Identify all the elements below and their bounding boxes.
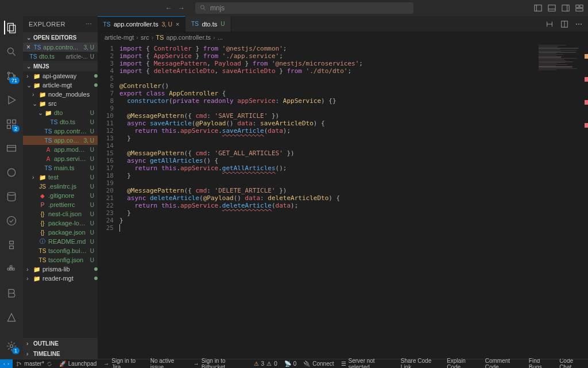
tree-item[interactable]: ›📁testU [23, 172, 98, 182]
svg-rect-12 [10, 25, 16, 33]
tree-item[interactable]: ◆.gitignoreU [23, 191, 98, 200]
editor-tab[interactable]: TSapp.controller.ts3, U× [98, 16, 185, 32]
search-icon [200, 5, 207, 12]
svg-line-14 [13, 53, 16, 56]
tree-item[interactable]: ›📁reader-mgt [23, 274, 98, 283]
ext-badge: 2 [12, 125, 20, 132]
activity-database[interactable] [5, 190, 18, 204]
sync-icon[interactable] [47, 361, 52, 367]
tree-item[interactable]: JS.eslintrc.jsU [23, 182, 98, 191]
activity-bold[interactable] [5, 286, 18, 300]
activity-explorer[interactable] [4, 21, 18, 34]
breadcrumb[interactable]: article-mgt›src›TS app.controller.ts›... [98, 32, 588, 43]
activity-remote[interactable] [5, 141, 18, 155]
command-center[interactable]: mnjs [195, 2, 413, 14]
svg-point-13 [7, 48, 13, 53]
section-open-editors[interactable]: ⌄OPEN EDITORS [23, 32, 98, 43]
layout-custom-icon[interactable] [575, 4, 583, 12]
tab-more-icon[interactable]: ⋯ [575, 20, 582, 28]
nav-back-icon[interactable]: ← [165, 4, 172, 12]
sidebar: EXPLORER ⋯ ⌄OPEN EDITORS ×TSapp.contro..… [23, 16, 98, 359]
activity-triangle[interactable] [5, 310, 18, 324]
status-action[interactable]: Explain Code [443, 358, 482, 369]
minimap[interactable] [536, 43, 588, 359]
split-icon[interactable] [560, 20, 568, 28]
activity-scm[interactable]: 71 [5, 69, 18, 83]
activity-settings[interactable]: 1 [5, 339, 18, 353]
section-outline[interactable]: ›OUTLINE [23, 338, 98, 348]
tree-item[interactable]: ›📁api-gateway [23, 71, 98, 80]
svg-rect-8 [576, 5, 579, 7]
editor-tab[interactable]: TSdto.tsU [185, 16, 231, 32]
svg-point-25 [7, 168, 15, 176]
tree-item[interactable]: ⌄📁dtoU [23, 108, 98, 117]
nav-fwd-icon[interactable]: → [178, 4, 185, 12]
activity-docker[interactable] [5, 262, 18, 276]
svg-rect-19 [7, 120, 11, 124]
tree-item[interactable]: TStsconfig.build...U [23, 246, 98, 255]
svg-rect-9 [580, 5, 583, 7]
activity-todo[interactable] [5, 214, 18, 228]
tree-item[interactable]: Aapp.module...U [23, 145, 98, 154]
remote-indicator[interactable] [0, 359, 13, 368]
svg-point-36 [17, 362, 18, 363]
tree-item[interactable]: ›📁node_modules [23, 90, 98, 99]
activity-debug[interactable] [5, 93, 18, 107]
svg-rect-6 [562, 5, 569, 12]
tree-item[interactable]: {}nest-cli.jsonU [23, 209, 98, 218]
section-workspace[interactable]: ⌄MNJS [23, 61, 98, 71]
svg-rect-28 [7, 268, 9, 270]
svg-point-37 [17, 365, 18, 366]
status-action[interactable]: Share Code Link [397, 358, 443, 369]
tree-item[interactable]: ⌄📁article-mgt [23, 80, 98, 90]
open-editor-item[interactable]: TSdto.tsarticle-...U [23, 52, 98, 61]
problems[interactable]: ⚠3 ⚠0 [250, 361, 281, 367]
svg-rect-31 [10, 266, 12, 267]
svg-rect-10 [576, 9, 583, 11]
connect[interactable]: 🔌 Connect [300, 361, 337, 367]
layout-secondary-icon[interactable] [562, 4, 570, 12]
activity-gitlens[interactable] [5, 166, 18, 179]
compare-icon[interactable] [546, 20, 554, 28]
server[interactable]: ☰ Server not selected [338, 358, 397, 369]
tree-item[interactable]: {}package-lock...U [23, 218, 98, 228]
layout-panel-icon[interactable] [548, 4, 556, 12]
close-icon[interactable]: × [26, 43, 30, 51]
svg-rect-20 [13, 120, 16, 124]
svg-rect-11 [7, 24, 13, 31]
activity-python[interactable] [5, 238, 18, 252]
activity-extensions[interactable]: 2 [5, 117, 18, 131]
tree-item[interactable]: P.prettierrcU [23, 200, 98, 209]
activity-bar: 71 2 1 [0, 16, 23, 359]
tree-item[interactable]: ›📁prisma-lib [23, 264, 98, 274]
tree-item[interactable]: TSapp.controll...U [23, 126, 98, 136]
tree-item[interactable]: Aapp.service.tsU [23, 154, 98, 163]
tree-item[interactable]: TSapp.contr...3, U [23, 136, 98, 145]
tree-item[interactable]: TSmain.tsU [23, 163, 98, 172]
code-area[interactable]: 1234567891011121314151617181920212223242… [98, 43, 588, 359]
editor: TSapp.controller.ts3, U×TSdto.tsU ⋯ arti… [98, 16, 588, 359]
tree-item[interactable]: ⌄📁src [23, 99, 98, 108]
launchpad[interactable]: 🚀 Launchpad [56, 361, 100, 367]
nav-arrows: ← → [165, 4, 185, 12]
layout-primary-icon[interactable] [534, 4, 542, 12]
tree-item[interactable]: {}package.jsonU [23, 228, 98, 237]
section-timeline[interactable]: ›TIMELINE [23, 348, 98, 359]
ports[interactable]: 📡 0 [281, 361, 300, 367]
tree-item[interactable]: ⓘREADME.mdU [23, 237, 98, 246]
tree-item[interactable]: TSdto.tsU [23, 117, 98, 126]
jira-signin[interactable]: → Sign in to Jira [100, 358, 146, 369]
status-action[interactable]: Find Bugs [525, 358, 556, 369]
bitbucket-signin[interactable]: → Sign in to Bitbucket [190, 358, 250, 369]
open-editor-item[interactable]: ×TSapp.contro...3, U [23, 43, 98, 52]
active-issue[interactable]: No active issue [147, 358, 190, 369]
tree-item[interactable]: TStsconfig.jsonU [23, 255, 98, 264]
tab-close-icon[interactable]: × [176, 21, 179, 28]
status-action[interactable]: Comment Code [482, 358, 525, 369]
status-action[interactable]: Code Chat [556, 358, 588, 369]
git-branch[interactable]: master* [13, 361, 55, 367]
search-text: mnjs [210, 4, 225, 12]
sidebar-more-icon[interactable]: ⋯ [86, 21, 92, 28]
activity-search[interactable] [5, 45, 18, 59]
svg-rect-4 [548, 5, 555, 12]
